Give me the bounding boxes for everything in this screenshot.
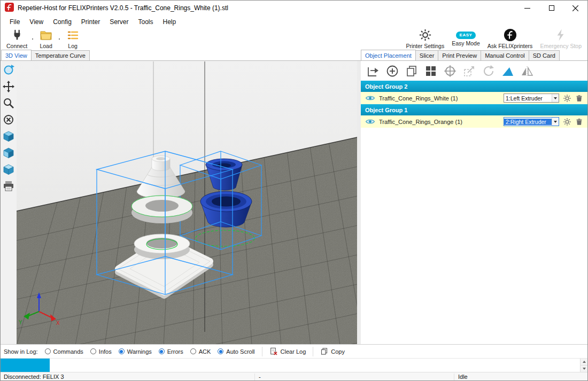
radio-ack[interactable]: ACK — [190, 348, 211, 355]
copy-log-button[interactable]: Copy — [320, 347, 345, 355]
minimize-button[interactable] — [515, 1, 539, 15]
rotate-object-button[interactable] — [481, 64, 496, 79]
radio-icon — [90, 348, 96, 354]
object-row-orange[interactable]: Traffic_Cone_Rings_Orange (1) 2:Right Ex… — [361, 115, 587, 128]
log-scrollbar[interactable] — [580, 359, 587, 372]
copy-log-icon — [320, 347, 328, 355]
radio-commands[interactable]: Commands — [45, 348, 83, 355]
copy-object-button[interactable] — [404, 64, 419, 79]
tab-temperature-curve[interactable]: Temperature Curve — [31, 50, 90, 60]
mirror-object-button[interactable] — [520, 64, 535, 79]
menu-file[interactable]: File — [5, 17, 25, 27]
axis-x-label: X — [56, 320, 60, 326]
show-printer-button[interactable] — [2, 180, 15, 192]
radio-errors[interactable]: Errors — [159, 348, 183, 355]
status-divider — [454, 374, 454, 381]
view-top-icon — [3, 164, 14, 175]
tab-manual-control[interactable]: Manual Control — [481, 50, 529, 60]
folder-icon — [40, 29, 52, 42]
visibility-eye-icon[interactable] — [365, 118, 375, 125]
viewport-3d[interactable]: X Y — [17, 61, 357, 345]
object-settings-gear-icon[interactable] — [563, 94, 571, 103]
add-object-button[interactable] — [385, 64, 400, 79]
combo-arrow[interactable] — [552, 118, 559, 126]
object-settings-gear-icon[interactable] — [563, 118, 571, 126]
delete-object-trash-icon[interactable] — [575, 94, 583, 103]
log-filter-bar: Show in Log: Commands Infos Warnings Err… — [1, 344, 587, 358]
menu-view[interactable]: View — [25, 17, 48, 27]
main-toolbar: Connect Load Log Printer Settings EASY E… — [1, 28, 587, 50]
progress-bar — [1, 359, 50, 372]
easy-badge: EASY — [456, 32, 476, 39]
lay-flat-button[interactable] — [500, 64, 515, 79]
scale-object-button[interactable] — [462, 64, 477, 79]
log-label: Log — [68, 43, 78, 49]
extruder-select-white[interactable]: 1:Left Extruder — [504, 94, 559, 103]
view-zoom-button[interactable] — [2, 97, 15, 110]
object-row-white[interactable]: Traffic_Cone_Rings_White (1) 1:Left Extr… — [361, 92, 587, 104]
view-top-button[interactable] — [2, 163, 15, 176]
emergency-stop-button[interactable]: Emergency Stop — [536, 28, 585, 50]
connect-button[interactable]: Connect — [3, 28, 31, 50]
menu-help[interactable]: Help — [158, 17, 181, 27]
tab-3d-view[interactable]: 3D View — [1, 50, 32, 60]
radio-infos[interactable]: Infos — [90, 348, 112, 355]
object-name: Traffic_Cone_Rings_Orange (1) — [379, 119, 500, 125]
menu-server[interactable]: Server — [105, 17, 133, 27]
copy-object-icon — [405, 65, 418, 77]
view-isometric-button[interactable] — [2, 130, 15, 143]
right-tab-strip: Object Placement Slicer Print Preview Ma… — [361, 50, 559, 60]
maximize-button[interactable] — [539, 1, 563, 15]
show-in-log-label: Show in Log: — [4, 348, 38, 355]
clear-log-button[interactable]: Clear Log — [269, 347, 306, 356]
close-button[interactable] — [563, 1, 587, 15]
radio-commands-label: Commands — [53, 348, 83, 355]
tab-print-preview[interactable]: Print Preview — [438, 50, 481, 60]
visibility-eye-icon[interactable] — [365, 95, 375, 102]
radio-warnings-label: Warnings — [127, 348, 152, 355]
scroll-up-button[interactable] — [581, 359, 587, 365]
tab-slicer[interactable]: Slicer — [415, 50, 439, 60]
title-bar: Repetier-Host for FELIXPrinters V2.0.5 -… — [1, 1, 587, 15]
radio-auto-scroll[interactable]: Auto Scroll — [218, 348, 254, 355]
export-button[interactable] — [366, 64, 381, 79]
printer-settings-button[interactable]: Printer Settings — [402, 28, 448, 50]
view-rotate-icon — [3, 64, 14, 76]
tab-object-placement[interactable]: Object Placement — [361, 50, 416, 60]
extruder-select-orange[interactable]: 2:Right Extruder — [504, 117, 559, 126]
export-icon — [367, 65, 380, 77]
load-button[interactable]: Load — [34, 28, 58, 50]
log-progress-strip — [1, 358, 587, 372]
radio-infos-label: Infos — [99, 348, 112, 355]
axis-y-label: Y — [19, 320, 22, 325]
ask-felixprinters-button[interactable]: Ask FELIXprinters — [484, 28, 537, 50]
viewport-tool-strip — [1, 62, 17, 344]
3d-scene[interactable]: X Y — [17, 61, 357, 345]
view-front-button[interactable] — [2, 146, 15, 159]
menu-config[interactable]: Config — [48, 17, 76, 27]
tab-sd-card[interactable]: SD Card — [529, 50, 560, 60]
connection-status: Disconnected: FELIX 3 — [4, 374, 64, 380]
view-reset-button[interactable] — [2, 113, 15, 126]
view-move-button[interactable] — [2, 80, 15, 93]
autoposition-button[interactable] — [423, 64, 438, 79]
scroll-down-button[interactable] — [581, 365, 587, 372]
menu-tools[interactable]: Tools — [134, 17, 158, 27]
arrow-up-icon — [583, 361, 586, 363]
copy-log-label: Copy — [331, 348, 345, 355]
radio-errors-label: Errors — [167, 348, 183, 355]
object-group-1-header[interactable]: Object Group 1 — [361, 104, 587, 115]
combo-arrow[interactable] — [552, 94, 559, 102]
center-object-icon — [444, 65, 457, 77]
felix-logo-icon — [504, 28, 517, 42]
object-group-2-header[interactable]: Object Group 2 — [361, 81, 587, 92]
chevron-down-icon — [554, 121, 557, 123]
view-rotate-button[interactable] — [2, 64, 15, 76]
center-object-button[interactable] — [443, 64, 458, 79]
log-button[interactable]: Log — [61, 28, 84, 50]
radio-warnings[interactable]: Warnings — [119, 348, 152, 355]
menu-printer[interactable]: Printer — [76, 17, 105, 27]
easy-mode-button[interactable]: EASY Easy Mode — [448, 28, 484, 50]
pane-splitter[interactable] — [357, 60, 361, 344]
delete-object-trash-icon[interactable] — [575, 118, 583, 126]
